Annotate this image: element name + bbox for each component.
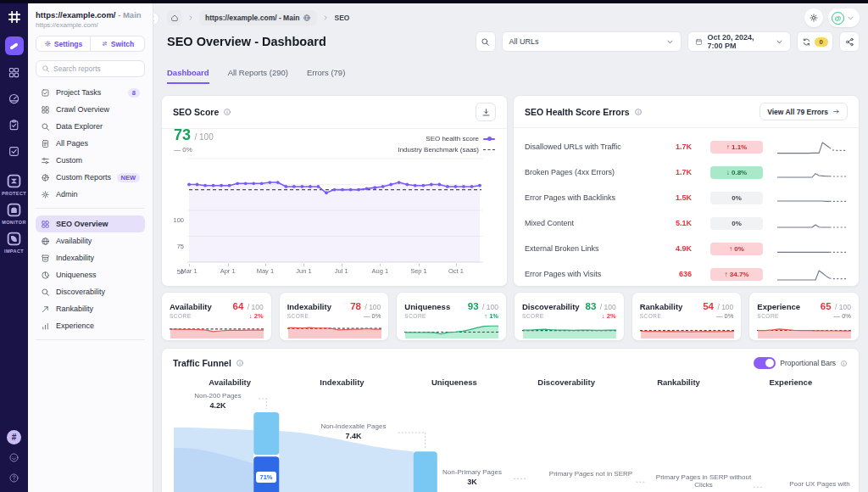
sidebar-item-label: Uniqueness [56, 271, 140, 279]
switch-project-button[interactable]: Switch [91, 36, 145, 52]
sidebar-item-all-pages[interactable]: All Pages [36, 135, 145, 152]
rail-apps-button[interactable] [5, 63, 24, 81]
error-label: Error Pages with Visits [525, 270, 658, 278]
funnel-chart[interactable]: Non-200 Pages4.2KNon-Indexable Pages7.4K… [174, 392, 847, 492]
sync-icon [802, 37, 811, 47]
info-icon[interactable] [840, 360, 848, 367]
search-reports-box[interactable] [36, 60, 145, 77]
errors-panel-title: SEO Health Score Errors [525, 107, 630, 117]
view-all-errors-button[interactable]: View All 79 Errors [760, 103, 848, 120]
rail-dashboard-button[interactable] [5, 89, 24, 108]
breadcrumb-home-button[interactable] [167, 10, 182, 25]
funnel-column-experience: Experience [735, 377, 847, 387]
account-menu[interactable]: @ [828, 8, 860, 27]
error-row-error-pages-with-visits[interactable]: Error Pages with Visits 636 ↑ 34.7% [525, 261, 848, 287]
funnel-label-poor-ux-pages-with: Poor UX Pages with [769, 480, 860, 488]
error-row-mixed-content[interactable]: Mixed Content 5.1K 0% [525, 210, 848, 236]
score-card-indexability[interactable]: Indexability 78 / 100 SCORE — 0% [279, 292, 390, 341]
breadcrumb-section[interactable]: SEO [334, 14, 349, 22]
legend-benchmark-label: Industry Benchmark (saas) [398, 146, 479, 154]
rail-reports-button[interactable] [5, 115, 24, 134]
sidebar-item-experience[interactable]: Experience [36, 317, 145, 334]
rail-help-button[interactable] [7, 471, 21, 485]
rail-impact-button[interactable]: IMPACT [4, 231, 24, 254]
card-sparkline [757, 322, 852, 339]
sidebar-item-custom[interactable]: Custom [36, 152, 145, 169]
error-sparkline [776, 239, 848, 258]
date-picker[interactable]: Oct 20, 2024, 7:00 PM [687, 31, 791, 52]
sidebar-item-label: Discoverability [56, 288, 140, 296]
seo-score-chart[interactable]: 0255075100 Mar 1Apr 1May 1Jun 1Jul 1Aug … [167, 157, 498, 276]
info-icon[interactable] [236, 359, 244, 367]
error-row-error-pages-with-backlinks[interactable]: Error Pages with Backlinks 1.5K 0% [525, 185, 848, 210]
grid-icon [41, 105, 50, 115]
rail-monitor-button[interactable]: MONITOR [2, 202, 26, 225]
sidebar-item-uniqueness[interactable]: Uniqueness [36, 266, 145, 283]
card-title: Uniqueness [404, 302, 468, 311]
url-filter-select[interactable]: All URLs [502, 31, 682, 52]
app-icon-rail: PROTECT MONITOR IMPACT # [0, 3, 28, 492]
report-tabs: DashboardAll Reports (290)Errors (79) [167, 68, 345, 84]
sidebar-item-indexability[interactable]: Indexability [36, 249, 145, 266]
rail-feedback-button[interactable] [7, 450, 21, 465]
score-card-availability[interactable]: Availability 64 / 100 SCORE ↓ 2% [161, 292, 272, 341]
sidebar-item-label: All Pages [56, 139, 140, 148]
sidebar-item-discoverability[interactable]: Discoverability [36, 283, 145, 300]
funnel-label-value: 7.4K [303, 432, 404, 440]
rail-tasks-button[interactable] [5, 142, 24, 160]
sidebar-item-project-tasks[interactable]: Project Tasks8 [36, 84, 145, 101]
error-label: External Broken Links [525, 244, 658, 253]
card-score-max: / 100 [717, 303, 733, 311]
score-card-discoverability[interactable]: Discoverability 83 / 100 SCORE ↓ 2% [514, 292, 625, 341]
refresh-button[interactable]: 0 [797, 31, 833, 52]
funnel-column-headers: AvailabilityIndexabilityUniquenessDiscov… [162, 371, 859, 387]
sidebar-item-admin[interactable]: Admin [36, 186, 145, 203]
card-title: Discoverability [522, 302, 586, 311]
download-chart-button[interactable] [476, 103, 496, 121]
breadcrumb: https://example.com/ - Main SEO [167, 9, 349, 26]
trend-line-chart [187, 157, 483, 264]
info-icon[interactable] [634, 108, 643, 116]
tab-errors-79[interactable]: Errors (79) [307, 68, 345, 84]
sidebar-item-seo-overview[interactable]: SEO Overview [36, 215, 145, 232]
project-title: https://example.com/ - Main [36, 10, 145, 20]
breadcrumb-project[interactable]: https://example.com/ - Main [199, 10, 317, 25]
sidebar-item-custom-reports[interactable]: Custom ReportsNEW [36, 169, 145, 186]
error-delta-badge: ↑ 0% [710, 243, 763, 255]
error-label: Error Pages with Backlinks [525, 193, 658, 202]
sidebar-nav: Project Tasks8 Crawl Overview Data Explo… [36, 84, 145, 203]
rail-protect-button[interactable]: PROTECT [2, 173, 26, 196]
info-icon[interactable] [223, 108, 231, 116]
score-card-uniqueness[interactable]: Uniqueness 93 / 100 SCORE ↑ 1% [396, 292, 507, 341]
proportional-bars-toggle[interactable] [754, 357, 776, 369]
tab-all-reports-290[interactable]: All Reports (290) [228, 68, 288, 84]
funnel-label-non-200-pages: Non-200 Pages4.2K [167, 392, 269, 410]
error-row-external-broken-links[interactable]: External Broken Links 4.9K ↑ 0% [525, 236, 848, 261]
error-value: 4.9K [658, 244, 692, 253]
sidebar-item-availability[interactable]: Availability [36, 232, 145, 249]
sidebar-item-data-explorer[interactable]: Data Explorer [36, 118, 145, 135]
error-value: 1.5K [658, 193, 692, 202]
score-card-rankability[interactable]: Rankability 54 / 100 SCORE — 0% [632, 292, 743, 341]
check-square-icon [8, 145, 20, 158]
legend-series-marker [483, 138, 495, 140]
sidebar-divider [36, 208, 145, 209]
tab-dashboard[interactable]: Dashboard [167, 68, 209, 84]
share-button[interactable] [839, 31, 860, 52]
item-badge: 8 [128, 88, 140, 98]
error-value: 636 [658, 270, 692, 278]
sidebar-item-crawl-overview[interactable]: Crawl Overview [36, 101, 145, 118]
error-row-broken-pages-4xx-errors[interactable]: Broken Pages (4xx Errors) 1.7K ↓ 0.8% [525, 159, 848, 185]
sidebar-item-rankability[interactable]: Rankability [36, 300, 145, 317]
funnel-column-indexability: Indexability [286, 377, 398, 387]
score-card-experience[interactable]: Experience 65 / 100 SCORE — 0% [748, 292, 860, 341]
rail-shortcuts-button[interactable]: # [7, 430, 21, 444]
settings-gear-button[interactable] [804, 8, 823, 27]
search-reports-input[interactable] [53, 64, 139, 73]
search-icon [481, 37, 490, 47]
error-row-disallowed-urls-with-traffic[interactable]: Disallowed URLs with Traffic 1.7K ↑ 1.1% [525, 134, 848, 159]
settings-button[interactable]: Settings [36, 36, 91, 52]
rail-analyze-button[interactable] [5, 36, 24, 55]
error-sparkline [776, 265, 848, 283]
search-button[interactable] [476, 31, 496, 52]
